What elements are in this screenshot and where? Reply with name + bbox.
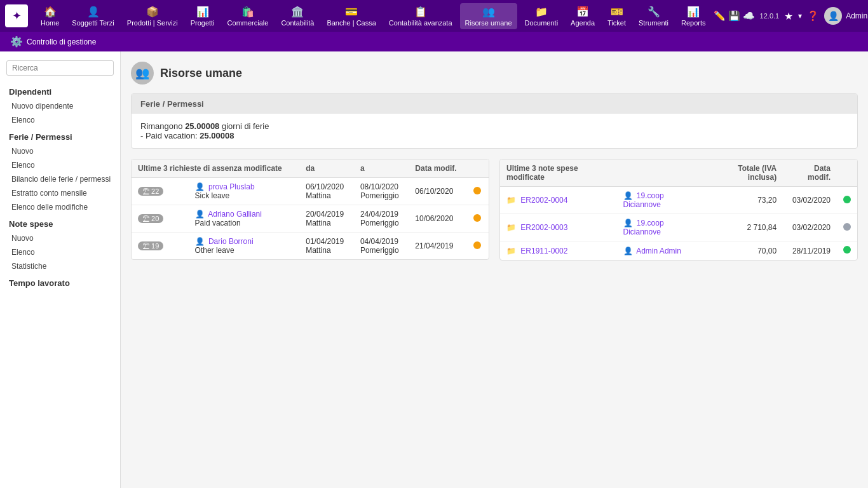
absence-type-3: Other leave: [195, 246, 234, 255]
absence-person-2: 👤 Adriano Galliani Paid vacation: [189, 205, 300, 233]
sidebar-search-wrapper: [0, 57, 120, 79]
absences-table-card: Ultime 3 richieste di assenza modificate…: [131, 159, 489, 260]
controllo-icon: ⚙️: [10, 36, 23, 48]
person-icon-1: 👤: [195, 182, 205, 191]
rimangono-days: 25.00008: [185, 121, 219, 131]
help-icon[interactable]: ❓: [807, 10, 819, 22]
expense-person-1: 👤 19.coop Diciannove: [617, 187, 705, 214]
reports-icon: 📊: [687, 6, 700, 18]
sidebar-item-elenco-note[interactable]: Elenco: [0, 245, 120, 259]
sidebar-item-nuovo-note[interactable]: Nuovo: [0, 231, 120, 245]
sidebar-item-estratto-conto[interactable]: Estratto conto mensile: [0, 186, 120, 200]
absence-from-3: 01/04/2019 Mattina: [299, 233, 354, 260]
status-dot-2: [473, 214, 481, 222]
nav-documenti[interactable]: 📁 Documenti: [520, 3, 564, 29]
expenses-col-person: [617, 159, 705, 187]
person-link-2[interactable]: Adriano Galliani: [208, 210, 262, 219]
sidebar-item-bilancio-ferie[interactable]: Bilancio delle ferie / permessi: [0, 172, 120, 186]
nav-strumenti[interactable]: 🔧 Strumenti: [634, 3, 674, 29]
expenses-col-date: Data modif.: [783, 159, 837, 187]
navbar-right: ✏️ 💾 ☁️ 12.0.1 ★ ▾ ❓ 👤 Admin ▾: [714, 7, 868, 25]
logo-icon: ✦: [12, 9, 22, 23]
folder-icon-3: 📁: [506, 247, 516, 255]
sidebar-item-elenco-ferie[interactable]: Elenco: [0, 158, 120, 172]
sidebar-item-nuovo-dipendente[interactable]: Nuovo dipendente: [0, 99, 120, 113]
expenses-header: Ultime 3 note spese modificate: [500, 159, 617, 187]
sidebar: Dipendenti Nuovo dipendente Elenco Ferie…: [0, 51, 121, 488]
nav-banche-cassa[interactable]: 💳 Banche | Cassa: [322, 3, 381, 29]
absence-to-1: 08/10/2020 Pomeriggio: [354, 178, 409, 205]
rimangono-suffix: giorni di ferie: [222, 121, 269, 131]
sidebar-item-nuovo-ferie[interactable]: Nuovo: [0, 144, 120, 158]
absence-modif-3: 21/04/2019: [409, 233, 466, 260]
admin-button[interactable]: 👤 Admin ▾: [824, 7, 868, 25]
sub-header: ⚙️ Controllo di gestione: [0, 32, 868, 51]
expense-total-1: 73,20: [705, 187, 783, 214]
person-link-1[interactable]: prova Pluslab: [208, 182, 255, 191]
absence-from-1: 06/10/2020 Mattina: [299, 178, 354, 205]
sidebar-item-elenco-modifiche[interactable]: Elenco delle modifiche: [0, 200, 120, 214]
nav-agenda[interactable]: 📅 Agenda: [566, 3, 600, 29]
expense-link-2[interactable]: ER2002-0003: [520, 223, 567, 232]
nav-risorse-umane[interactable]: 👥 Risorse umane: [460, 3, 517, 29]
badge-22: ⛱ 22: [138, 187, 163, 196]
home-icon: 🏠: [44, 6, 57, 18]
expense-person-link-3[interactable]: Admin Admin: [636, 247, 681, 255]
page-header-icon: 👥: [131, 62, 154, 85]
chevron-down-icon[interactable]: ▾: [798, 11, 802, 20]
page-header: 👥 Risorse umane: [131, 62, 858, 85]
expense-total-3: 70,00: [705, 241, 783, 261]
status-dot-1: [473, 187, 481, 194]
absences-col-da: da: [299, 159, 354, 178]
person-link-3[interactable]: Dario Borroni: [208, 237, 254, 246]
sidebar-item-statistiche[interactable]: Statistiche: [0, 259, 120, 273]
absence-modif-2: 10/06/2020: [409, 205, 466, 233]
favorites-icon[interactable]: ★: [784, 10, 793, 22]
ticket-icon: 🎫: [611, 6, 623, 18]
expenses-table-card: Ultime 3 note spese modificate Totale (I…: [499, 159, 858, 261]
person-icon-2: 👤: [195, 210, 205, 219]
cloud-icon[interactable]: ☁️: [743, 10, 755, 22]
save-icon[interactable]: 💾: [728, 10, 740, 22]
risorse-umane-icon: 👥: [482, 6, 495, 18]
absences-table: Ultime 3 richieste di assenza modificate…: [132, 159, 489, 259]
nav-home[interactable]: 🏠 Home: [36, 3, 64, 29]
expense-person-3: 👤 Admin Admin: [617, 241, 705, 261]
edit-icon[interactable]: ✏️: [714, 10, 726, 22]
commerciale-icon: 🛍️: [241, 6, 254, 18]
person-exp-icon-2: 👤: [623, 219, 633, 227]
app-logo[interactable]: ✦: [5, 4, 28, 27]
main-content: 👥 Risorse umane Ferie / Permessi Rimango…: [121, 51, 868, 488]
table-row: 📁 ER2002-0004 👤 19.coop Diciannove 73,20…: [500, 187, 857, 214]
person-exp-icon-3: 👤: [623, 247, 633, 255]
nav-ticket[interactable]: 🎫 Ticket: [602, 3, 631, 29]
expense-id-2: 📁 ER2002-0003: [500, 214, 617, 241]
soggetti-terzi-icon: 👤: [87, 6, 100, 18]
absences-col-modif: Data modif.: [409, 159, 466, 178]
expense-dot-1: [843, 196, 851, 203]
badge-19: ⛱ 19: [138, 241, 163, 250]
nav-prodotti-servizi[interactable]: 📦 Prodotti | Servizi: [122, 3, 183, 29]
expense-link-3[interactable]: ER1911-0002: [520, 247, 567, 255]
version-label: 12.0.1: [760, 12, 780, 20]
absence-count-1: ⛱ 22: [132, 178, 189, 205]
absences-col-a: a: [354, 159, 409, 178]
contabilita-icon: 🏛️: [291, 6, 304, 18]
nav-reports[interactable]: 📊 Reports: [676, 3, 711, 29]
sidebar-section-note-spese: Note spese: [0, 214, 120, 231]
content-inner: 👥 Risorse umane Ferie / Permessi Rimango…: [131, 62, 858, 261]
sidebar-item-elenco-dipendenti[interactable]: Elenco: [0, 113, 120, 127]
nav-soggetti-terzi[interactable]: 👤 Soggetti Terzi: [67, 3, 119, 29]
expense-link-1[interactable]: ER2002-0004: [520, 196, 567, 205]
expense-dot-3: [843, 246, 851, 254]
search-input[interactable]: [6, 60, 114, 76]
absence-person-3: 👤 Dario Borroni Other leave: [189, 233, 300, 260]
nav-contabilita[interactable]: 🏛️ Contabilità: [276, 3, 319, 29]
main-layout: Dipendenti Nuovo dipendente Elenco Ferie…: [0, 51, 868, 488]
strumenti-icon: 🔧: [648, 6, 660, 18]
nav-progetti[interactable]: 📊 Progetti: [186, 3, 220, 29]
nav-contabilita-avanzata[interactable]: 📋 Contabilità avanzata: [384, 3, 458, 29]
nav-commerciale[interactable]: 🛍️ Commerciale: [222, 3, 274, 29]
prodotti-servizi-icon: 📦: [146, 6, 159, 18]
absence-from-2: 20/04/2019 Mattina: [299, 205, 354, 233]
